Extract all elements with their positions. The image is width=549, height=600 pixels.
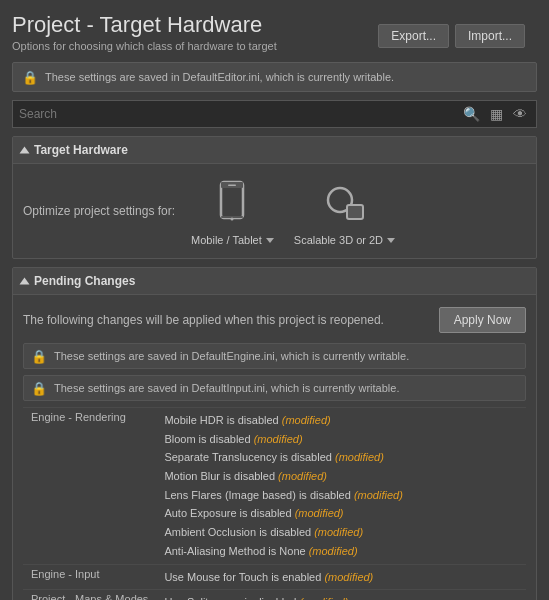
editor-info-text: These settings are saved in DefaultEdito… bbox=[45, 71, 394, 83]
export-button[interactable]: Export... bbox=[378, 24, 449, 48]
apply-now-button[interactable]: Apply Now bbox=[439, 307, 526, 333]
search-icons: 🔍 ▦ 👁 bbox=[460, 105, 530, 123]
target-hardware-row: Optimize project settings for: bbox=[23, 176, 526, 246]
engine-lock-icon: 🔒 bbox=[32, 349, 46, 363]
engine-info-text: These settings are saved in DefaultEngin… bbox=[54, 350, 409, 362]
modified-badge: (modified) bbox=[324, 571, 373, 583]
change-category: Engine - Rendering bbox=[23, 408, 156, 565]
lock-icon: 🔒 bbox=[23, 70, 37, 84]
change-item: Bloom is disabled (modified) bbox=[164, 433, 302, 445]
changes-table: Engine - RenderingMobile HDR is disabled… bbox=[23, 407, 526, 600]
top-buttons: Export... Import... bbox=[378, 24, 525, 48]
change-item: Separate Translucency is disabled (modif… bbox=[164, 451, 384, 463]
target-hardware-title: Target Hardware bbox=[34, 143, 128, 157]
change-item: Mobile HDR is disabled (modified) bbox=[164, 414, 330, 426]
pending-changes-header[interactable]: Pending Changes bbox=[13, 268, 536, 295]
pending-info-text: The following changes will be applied wh… bbox=[23, 313, 384, 327]
pending-collapse-triangle-icon bbox=[20, 278, 30, 285]
eye-icon[interactable]: 👁 bbox=[510, 105, 530, 123]
scalable-icon bbox=[318, 176, 370, 228]
pending-info-row: The following changes will be applied wh… bbox=[23, 307, 526, 333]
mobile-dropdown-arrow-icon bbox=[266, 238, 274, 243]
mobile-tablet-option[interactable]: Mobile / Tablet bbox=[191, 176, 274, 246]
pending-changes-content: The following changes will be applied wh… bbox=[13, 295, 536, 600]
modified-badge: (modified) bbox=[278, 470, 327, 482]
change-item: Use Splitscreen is disabled (modified) bbox=[164, 596, 348, 600]
engine-info-bar: 🔒 These settings are saved in DefaultEng… bbox=[23, 343, 526, 369]
target-hardware-content: Optimize project settings for: bbox=[13, 164, 536, 258]
change-item: Lens Flares (Image based) is disabled (m… bbox=[164, 489, 402, 501]
input-info-text: These settings are saved in DefaultInput… bbox=[54, 382, 399, 394]
th-options: Mobile / Tablet Scalab bbox=[191, 176, 395, 246]
svg-rect-4 bbox=[228, 185, 236, 187]
pending-changes-title: Pending Changes bbox=[34, 274, 135, 288]
modified-badge: (modified) bbox=[300, 596, 349, 600]
change-category: Project - Maps & Modes bbox=[23, 590, 156, 600]
scalable-label-row: Scalable 3D or 2D bbox=[294, 234, 395, 246]
input-info-bar: 🔒 These settings are saved in DefaultInp… bbox=[23, 375, 526, 401]
modified-badge: (modified) bbox=[295, 507, 344, 519]
scalable-label: Scalable 3D or 2D bbox=[294, 234, 383, 246]
list-view-icon[interactable]: ▦ bbox=[487, 105, 506, 123]
modified-badge: (modified) bbox=[314, 526, 363, 538]
search-input[interactable] bbox=[19, 107, 456, 121]
change-details: Use Mouse for Touch is enabled (modified… bbox=[156, 564, 526, 590]
mobile-label: Mobile / Tablet bbox=[191, 234, 262, 246]
target-hardware-header[interactable]: Target Hardware bbox=[13, 137, 536, 164]
mobile-icon bbox=[206, 176, 258, 228]
modified-badge: (modified) bbox=[309, 545, 358, 557]
mobile-label-row: Mobile / Tablet bbox=[191, 234, 274, 246]
change-item: Ambient Occlusion is disabled (modified) bbox=[164, 526, 363, 538]
editor-info-bar: 🔒 These settings are saved in DefaultEdi… bbox=[12, 62, 537, 92]
scalable-dropdown-arrow-icon bbox=[387, 238, 395, 243]
table-row: Project - Maps & ModesUse Splitscreen is… bbox=[23, 590, 526, 600]
collapse-triangle-icon bbox=[20, 147, 30, 154]
import-button[interactable]: Import... bbox=[455, 24, 525, 48]
change-item: Use Mouse for Touch is enabled (modified… bbox=[164, 571, 373, 583]
modified-badge: (modified) bbox=[335, 451, 384, 463]
svg-rect-6 bbox=[347, 205, 363, 219]
search-icon[interactable]: 🔍 bbox=[460, 105, 483, 123]
target-hardware-section: Target Hardware Optimize project setting… bbox=[12, 136, 537, 259]
table-row: Engine - InputUse Mouse for Touch is ena… bbox=[23, 564, 526, 590]
change-category: Engine - Input bbox=[23, 564, 156, 590]
change-item: Anti-Aliasing Method is None (modified) bbox=[164, 545, 357, 557]
optimize-label: Optimize project settings for: bbox=[23, 204, 175, 218]
modified-badge: (modified) bbox=[254, 433, 303, 445]
table-row: Engine - RenderingMobile HDR is disabled… bbox=[23, 408, 526, 565]
change-details: Mobile HDR is disabled (modified)Bloom i… bbox=[156, 408, 526, 565]
scalable-option[interactable]: Scalable 3D or 2D bbox=[294, 176, 395, 246]
change-item: Auto Exposure is disabled (modified) bbox=[164, 507, 343, 519]
change-item: Motion Blur is disabled (modified) bbox=[164, 470, 327, 482]
change-details: Use Splitscreen is disabled (modified) bbox=[156, 590, 526, 600]
search-bar: 🔍 ▦ 👁 bbox=[12, 100, 537, 128]
svg-point-3 bbox=[231, 218, 234, 221]
modified-badge: (modified) bbox=[354, 489, 403, 501]
modified-badge: (modified) bbox=[282, 414, 331, 426]
input-lock-icon: 🔒 bbox=[32, 381, 46, 395]
pending-changes-section: Pending Changes The following changes wi… bbox=[12, 267, 537, 600]
